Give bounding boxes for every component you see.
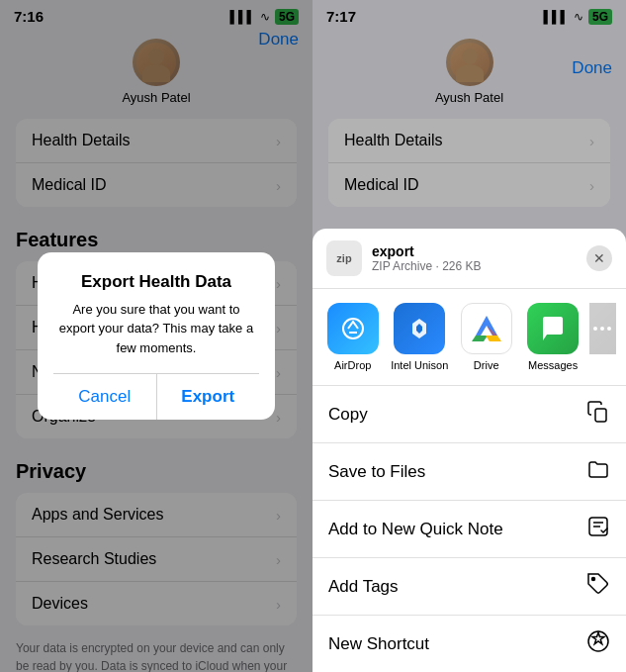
- new-shortcut-action[interactable]: New Shortcut: [313, 616, 626, 672]
- share-file-name: export: [372, 243, 586, 259]
- more-apps-icon: [589, 303, 616, 354]
- share-file-info: export ZIP Archive · 226 KB: [372, 243, 586, 273]
- share-header: zip export ZIP Archive · 226 KB ✕: [313, 229, 626, 289]
- new-shortcut-label: New Shortcut: [328, 634, 429, 654]
- intel-unison-app-item[interactable]: Intel Unison: [389, 303, 449, 371]
- modal-overlay: Export Health Data Are you sure that you…: [0, 0, 313, 672]
- export-modal: Export Health Data Are you sure that you…: [38, 252, 275, 421]
- svg-point-7: [607, 327, 611, 331]
- share-sheet: zip export ZIP Archive · 226 KB ✕ AirDro…: [313, 229, 626, 672]
- intel-icon: [394, 303, 445, 354]
- svg-point-10: [592, 578, 595, 581]
- save-to-files-action[interactable]: Save to Files: [313, 443, 626, 501]
- svg-point-5: [593, 327, 597, 331]
- messages-app-item[interactable]: Messages: [522, 303, 582, 371]
- share-app-row: AirDrop Intel Unison: [313, 289, 626, 386]
- zip-icon: zip: [326, 240, 362, 276]
- more-app-item[interactable]: [589, 303, 616, 371]
- copy-label: Copy: [328, 405, 368, 425]
- drive-label: Drive: [474, 359, 499, 371]
- copy-action[interactable]: Copy: [313, 386, 626, 443]
- airdrop-icon: [327, 303, 379, 354]
- modal-message: Are you sure that you want to export you…: [53, 300, 259, 358]
- left-panel: 7:16 ▌▌▌ ∿ 5G Ayush Patel Done Health De…: [0, 0, 313, 672]
- modal-export-button[interactable]: Export: [157, 374, 260, 420]
- airdrop-label: AirDrop: [334, 359, 371, 371]
- drive-icon: [461, 303, 512, 354]
- copy-icon: [586, 400, 610, 429]
- share-file-meta: ZIP Archive · 226 KB: [372, 259, 586, 273]
- modal-cancel-button[interactable]: Cancel: [53, 374, 157, 420]
- airdrop-app-item[interactable]: AirDrop: [322, 303, 383, 371]
- add-tags-label: Add Tags: [328, 577, 399, 597]
- svg-point-6: [600, 327, 604, 331]
- messages-icon: [527, 303, 579, 354]
- intel-unison-label: Intel Unison: [391, 359, 448, 371]
- modal-buttons: Cancel Export: [53, 373, 259, 420]
- drive-app-item[interactable]: Drive: [456, 303, 516, 371]
- add-to-quick-note-action[interactable]: Add to New Quick Note: [313, 501, 626, 558]
- svg-rect-8: [595, 409, 606, 422]
- save-to-files-icon: [586, 457, 610, 486]
- svg-marker-2: [472, 336, 488, 341]
- add-to-quick-note-icon: [586, 515, 610, 543]
- share-close-button[interactable]: ✕: [586, 245, 612, 271]
- modal-title: Export Health Data: [53, 272, 259, 292]
- add-tags-icon: [586, 572, 610, 601]
- new-shortcut-icon: [586, 629, 610, 658]
- add-tags-action[interactable]: Add Tags: [313, 558, 626, 616]
- save-to-files-label: Save to Files: [328, 462, 425, 482]
- right-panel: 7:17 ▌▌▌ ∿ 5G Ayush Patel Done Health De…: [313, 0, 626, 672]
- messages-label: Messages: [528, 359, 578, 371]
- add-to-quick-note-label: Add to New Quick Note: [328, 520, 503, 539]
- svg-marker-3: [486, 336, 501, 341]
